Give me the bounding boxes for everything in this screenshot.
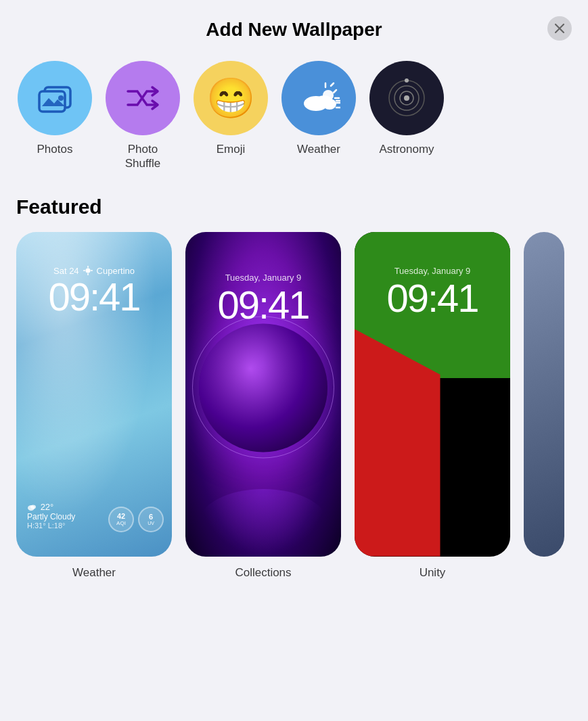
svg-point-20	[405, 78, 409, 83]
unity-date: Tuesday, January 9	[355, 266, 510, 276]
photos-icon	[35, 80, 74, 116]
svg-point-21	[85, 269, 90, 273]
weather-category-label: Weather	[297, 142, 340, 156]
close-icon	[555, 24, 564, 33]
wallpaper-card-weather: Sat 24 Cupertino 09:41	[16, 232, 172, 557]
unity-card-label: Unity	[420, 566, 446, 580]
category-photos[interactable]: Photos	[11, 61, 99, 171]
category-astronomy[interactable]: Astronomy	[363, 61, 451, 171]
wallpaper-item-partial[interactable]	[524, 232, 564, 580]
svg-point-4	[58, 95, 64, 101]
collections-time-block: Tuesday, January 9 09:41	[185, 273, 341, 325]
emoji-icon: 😁	[206, 75, 255, 121]
collections-reflection	[199, 489, 327, 557]
weather-temp: 22°	[27, 502, 75, 512]
unity-clock-display: 09:41	[355, 279, 510, 318]
svg-line-8	[331, 83, 334, 86]
weather-sun-small-icon	[83, 266, 93, 275]
weather-clock-display: 09:41	[16, 277, 172, 317]
collections-card-label: Collections	[235, 566, 291, 580]
collections-sphere-ring	[192, 316, 334, 458]
wallpaper-card-collections: Tuesday, January 9 09:41	[185, 232, 341, 557]
wallpaper-row: Sat 24 Cupertino 09:41	[16, 232, 572, 586]
svg-point-19	[404, 95, 409, 101]
weather-desc: Partly Cloudy	[27, 512, 75, 521]
astronomy-circle	[369, 61, 444, 135]
wallpaper-card-unity: Tuesday, January 9 09:41	[355, 232, 510, 557]
weather-info-block: 22° Partly Cloudy H:31° L:18°	[27, 502, 75, 530]
wallpaper-item-weather[interactable]: Sat 24 Cupertino 09:41	[16, 232, 172, 580]
svg-point-27	[30, 505, 36, 509]
close-button[interactable]	[547, 16, 572, 41]
shuffle-label: PhotoShuffle	[125, 142, 161, 171]
featured-section: Featured Sat 24 Cupertin	[0, 182, 588, 586]
cloud-icon-small	[27, 503, 37, 511]
astronomy-icon	[385, 76, 428, 120]
unity-time-block: Tuesday, January 9 09:41	[355, 266, 510, 318]
weather-badges: 42 AQI 6 UV	[108, 507, 164, 532]
wallpaper-item-collections[interactable]: Tuesday, January 9 09:41 Collections	[185, 232, 341, 580]
wallpaper-card-partial	[524, 232, 564, 557]
weather-circle	[281, 61, 356, 135]
weather-hilo: H:31° L:18°	[27, 521, 75, 530]
svg-line-6	[334, 90, 336, 93]
featured-title: Featured	[16, 195, 572, 218]
shuffle-icon	[122, 80, 163, 116]
collections-clock-display: 09:41	[185, 285, 341, 325]
weather-category-icon	[297, 79, 340, 117]
aqi-badge: 42 AQI	[108, 507, 134, 532]
category-shuffle[interactable]: PhotoShuffle	[99, 61, 187, 171]
wallpaper-item-unity[interactable]: Tuesday, January 9 09:41 Unity	[355, 232, 510, 580]
page-title: Add New Wallpaper	[206, 19, 382, 41]
weather-card-label: Weather	[72, 566, 116, 580]
astronomy-label: Astronomy	[379, 142, 434, 156]
weather-time-block: Sat 24 Cupertino 09:41	[16, 266, 172, 317]
shuffle-circle	[106, 61, 180, 135]
uv-badge: 6 UV	[138, 507, 164, 532]
photos-circle	[18, 61, 92, 135]
collections-date: Tuesday, January 9	[185, 273, 341, 283]
category-emoji[interactable]: 😁 Emoji	[187, 61, 275, 171]
category-row: Photos PhotoShuffle 😁 Emoji	[0, 54, 588, 182]
svg-point-12	[323, 99, 336, 110]
emoji-label: Emoji	[217, 142, 246, 156]
photos-label: Photos	[37, 142, 73, 156]
emoji-circle: 😁	[194, 61, 268, 135]
category-weather[interactable]: Weather	[275, 61, 363, 171]
header: Add New Wallpaper	[0, 0, 588, 54]
